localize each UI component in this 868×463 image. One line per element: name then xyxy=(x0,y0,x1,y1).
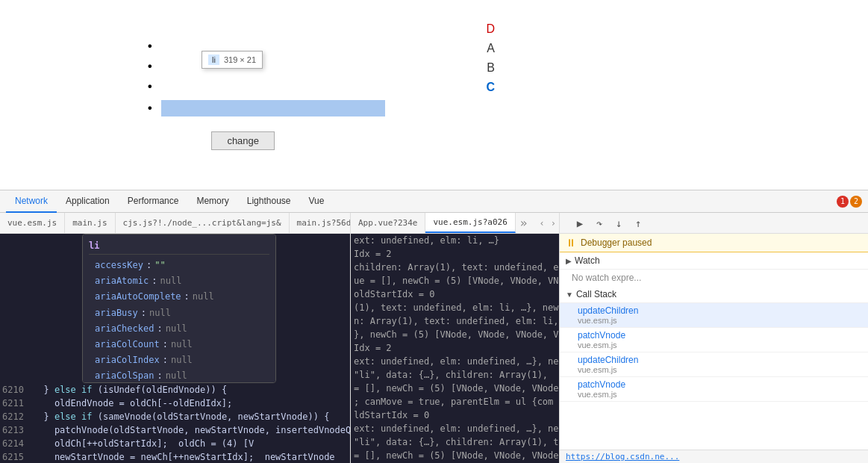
debugger-controls: ▶ ↷ ↓ ↑ xyxy=(566,215,652,232)
rc-line-17: = [], newCh = (5) [VNode, VNode, VNode, xyxy=(351,449,559,462)
letter-b: B xyxy=(487,61,495,75)
prop-ariaAutoComplete: ariaAutoComplete:null xyxy=(89,289,269,305)
rc-line-9: Idx = 2 xyxy=(351,341,559,355)
warning-badge: 2 xyxy=(850,196,862,208)
pause-icon: ⏸ xyxy=(566,237,576,249)
popup-title: li xyxy=(89,239,269,255)
code-line-6214: 6214 oldCh[++oldStartIdx]; oldCh = (4) [… xyxy=(0,437,350,450)
call-stack-file-1: vue.esm.js xyxy=(578,341,625,349)
nav-item-performance[interactable]: Performance xyxy=(119,190,188,213)
preview-left: • • • • li 319 × 21 change xyxy=(0,0,486,190)
middle-tab-app[interactable]: App.vue?234e xyxy=(351,213,425,233)
call-stack-item-3[interactable]: patchVnode vue.esm.js xyxy=(560,377,868,402)
code-lines: 6210 } else if (isUndef(oldEndVnode)) { … xyxy=(0,383,350,463)
letter-list: D A B C xyxy=(486,0,525,190)
middle-tab-more[interactable]: » xyxy=(516,213,532,233)
code-content: li accessKey:"" ariaAtomic:null ariaAuto… xyxy=(0,234,350,463)
highlight-c-item xyxy=(161,100,385,116)
file-tab-cjs[interactable]: cjs.js?!./node_...cript&lang=js& xyxy=(116,213,290,233)
watch-empty-label: No watch expre... xyxy=(572,273,641,283)
tooltip-size: 319 × 21 xyxy=(224,55,256,64)
change-button[interactable]: change xyxy=(211,131,275,150)
debug-toolbar: ▶ ↷ ↓ ↑ xyxy=(560,213,868,234)
change-btn-wrapper: change xyxy=(211,131,275,150)
preview-right-space xyxy=(525,0,868,190)
rc-line-11: "li", data: {…}, children: Array(1), xyxy=(351,368,559,382)
file-tab-vue-esm[interactable]: vue.esm.js xyxy=(0,213,65,233)
code-line-6212: 6212 } else if (sameVnode(oldStartVnode,… xyxy=(0,410,350,423)
call-stack-fn-0: updateChildren xyxy=(578,305,638,316)
call-stack-item-0[interactable]: updateChildren vue.esm.js xyxy=(560,303,868,328)
prop-ariaColCount: ariaColCount:null xyxy=(89,337,269,352)
right-content: ⏸ Debugger paused ▶ Watch No watch expre… xyxy=(560,234,868,450)
rc-line-5: oldStartIdx = 0 xyxy=(351,288,559,301)
tooltip-tag: li xyxy=(208,55,219,65)
debugger-paused-label: Debugger paused xyxy=(581,237,652,248)
rc-line-15: ext: undefined, elm: undefined, …}, ne xyxy=(351,422,559,435)
middle-panel: App.vue?234e vue.esm.js?a026 » ‹ › ext: … xyxy=(351,213,560,463)
file-tab-main56d7[interactable]: main.js?56d7 xyxy=(290,213,350,233)
step-over-btn[interactable]: ↷ xyxy=(591,215,608,232)
devtools-main: vue.esm.js main.js cjs.js?!./node_...cri… xyxy=(0,213,868,463)
call-stack-item-1[interactable]: patchVnode vue.esm.js xyxy=(560,328,868,352)
call-stack-title: Call Stack xyxy=(576,289,616,299)
prop-ariaChecked: ariaChecked:null xyxy=(89,321,269,337)
code-line-6210: 6210 } else if (isUndef(oldEndVnode)) { xyxy=(0,383,350,397)
call-stack-file-2: vue.esm.js xyxy=(578,365,638,374)
nav-item-lighthouse[interactable]: Lighthouse xyxy=(238,190,300,213)
preview-area: • • • • li 319 × 21 change xyxy=(0,0,868,190)
resume-btn[interactable]: ▶ xyxy=(572,215,588,232)
code-line-6211: 6211 oldEndVnode = oldCh[--oldEndIdx]; xyxy=(0,397,350,410)
code-line-6215: 6215 newStartVnode = newCh[++newStartIdx… xyxy=(0,450,350,463)
step-out-btn[interactable]: ↑ xyxy=(630,215,646,232)
bullet-list-container: • • • • xyxy=(146,40,385,122)
nav-item-memory[interactable]: Memory xyxy=(187,190,237,213)
rc-line-7: n: Array(1), text: undefined, elm: li, xyxy=(351,314,559,328)
rc-line-16: "li", data: {…}, children: Array(1), tex xyxy=(351,435,559,449)
nav-item-network[interactable]: Network xyxy=(6,190,57,213)
call-stack-item-2[interactable]: updateChildren vue.esm.js xyxy=(560,352,868,377)
tab-nav-back[interactable]: ‹ xyxy=(537,213,548,233)
rc-line-12: = [], newCh = (5) [VNode, VNode, VNode xyxy=(351,382,559,395)
watch-empty: No watch expre... xyxy=(560,270,868,286)
rc-line-4: ue = [], newCh = (5) [VNode, VNode, VN xyxy=(351,274,559,288)
rc-line-3: children: Array(1), text: undefined, elm xyxy=(351,261,559,274)
nav-item-vue[interactable]: Vue xyxy=(300,190,334,213)
watch-title: Watch xyxy=(575,255,600,266)
watch-triangle: ▶ xyxy=(566,257,572,265)
code-panel: vue.esm.js main.js cjs.js?!./node_...cri… xyxy=(0,213,351,463)
element-tooltip: li 319 × 21 xyxy=(202,51,263,69)
letter-a: A xyxy=(487,42,495,55)
app-container: • • • • li 319 × 21 change xyxy=(0,0,868,463)
nav-item-application[interactable]: Application xyxy=(57,190,119,213)
watch-section-header[interactable]: ▶ Watch xyxy=(560,252,868,270)
devtools-nav: Network Application Performance Memory L… xyxy=(0,190,868,213)
prop-accessKey: accessKey:"" xyxy=(89,258,269,273)
call-stack-file-3: vue.esm.js xyxy=(578,390,625,399)
rc-line-6: (1), text: undefined, elm: li, …}, new xyxy=(351,301,559,314)
letter-d: D xyxy=(486,22,495,36)
prop-ariaColSpan: ariaColSpan:null xyxy=(89,368,269,383)
letter-c: C xyxy=(486,81,495,94)
rc-line-14: ldStartIdx = 0 xyxy=(351,408,559,422)
file-tab-main-js[interactable]: main.js xyxy=(65,213,115,233)
middle-tab-vue-esm[interactable]: vue.esm.js?a026 xyxy=(425,213,515,233)
call-stack-fn-1: patchVnode xyxy=(578,330,625,341)
rc-line-8: }, newCh = (5) [VNode, VNode, VNode, V xyxy=(351,328,559,341)
step-into-btn[interactable]: ↓ xyxy=(611,215,627,232)
call-stack-fn-3: patchVnode xyxy=(578,379,625,390)
call-stack-section-header[interactable]: ▼ Call Stack xyxy=(560,286,868,303)
call-stack-triangle: ▼ xyxy=(566,290,573,299)
rc-line-10: ext: undefined, elm: undefined, …}, ne xyxy=(351,355,559,368)
prop-ariaBusy: ariaBusy:null xyxy=(89,305,269,321)
inline-popup: li accessKey:"" ariaAtomic:null ariaAuto… xyxy=(82,234,276,383)
prop-ariaAtomic: ariaAtomic:null xyxy=(89,273,269,289)
prop-ariaColIndex: ariaColIndex:null xyxy=(89,352,269,368)
url-bar[interactable]: https://blog.csdn.ne... xyxy=(560,450,868,463)
rc-line-13: ; canMove = true, parentElm = ul {com xyxy=(351,395,559,408)
rc-line-2: Idx = 2 xyxy=(351,247,559,261)
debugger-paused-bar: ⏸ Debugger paused xyxy=(560,234,868,252)
rc-line-1: ext: undefined, elm: li, …} xyxy=(351,234,559,247)
tab-nav-forward[interactable]: › xyxy=(548,213,559,233)
right-panel: ▶ ↷ ↓ ↑ ⏸ Debugger paused ▶ Watch xyxy=(560,213,868,463)
